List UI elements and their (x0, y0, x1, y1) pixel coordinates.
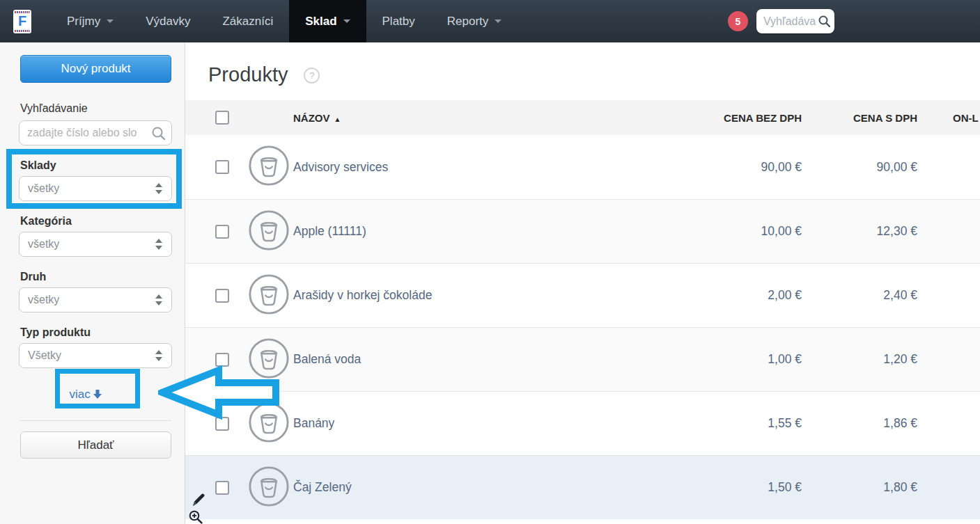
filter-label: Typ produktu (20, 326, 185, 339)
arrow-down-icon (93, 390, 102, 399)
product-name[interactable]: Banány (293, 416, 697, 431)
filter-label: Sklady (20, 159, 185, 172)
sidebar-divider (20, 420, 171, 421)
table-row[interactable]: Arašidy v horkej čokoláde 2,00 € 2,40 € (185, 263, 980, 327)
filter-label: Druh (20, 271, 185, 283)
row-checkbox[interactable] (215, 353, 229, 367)
select-stepper-icon (155, 350, 162, 361)
row-checkbox[interactable] (215, 160, 229, 174)
chevron-down-icon (495, 19, 501, 23)
column-header-price-gross[interactable]: CENA S DPH (802, 112, 917, 124)
price-gross: 90,00 € (802, 160, 917, 175)
filter-group: Kategória všetky (0, 215, 185, 257)
product-bag-icon (247, 209, 290, 252)
filter-select[interactable]: všetky (19, 232, 172, 257)
product-name[interactable]: Čaj Zelený (293, 480, 697, 495)
product-name[interactable]: Balená voda (293, 352, 697, 367)
price-net: 1,55 € (697, 416, 802, 431)
table-row[interactable]: Čaj Zelený 1,50 € 1,80 € (185, 455, 980, 519)
table-row[interactable]: Banány 1,55 € 1,86 € (185, 391, 980, 455)
price-net: 90,00 € (697, 160, 802, 175)
table-row[interactable]: Advisory services 90,00 € 90,00 € (185, 135, 980, 199)
select-stepper-icon (155, 294, 162, 305)
nav-item-výdavky[interactable]: Výdavky (130, 0, 206, 42)
logo-letter: F (18, 13, 26, 29)
filter-sidebar: Nový produkt Vyhľadávanie Sklady všetky … (0, 42, 185, 524)
logo-stripe (15, 11, 30, 13)
filter-selected-value: Všetky (20, 349, 61, 362)
nav-item-label: Príjmy (67, 15, 100, 29)
product-name[interactable]: Apple (11111) (293, 224, 697, 239)
product-table-body: Advisory services 90,00 € 90,00 € Apple … (185, 135, 980, 519)
filter-select[interactable]: všetky (19, 287, 172, 312)
column-header-online[interactable]: ON-L (917, 112, 980, 124)
filter-selected-value: všetky (20, 294, 59, 306)
nav-item-príjmy[interactable]: Príjmy (51, 0, 130, 42)
filter-select[interactable]: všetky (19, 176, 172, 201)
filter-group: Sklady všetky (0, 159, 185, 201)
product-bag-icon (247, 337, 290, 380)
price-net: 1,00 € (697, 352, 802, 367)
nav-item-sklad[interactable]: Sklad (289, 0, 366, 42)
table-header-row: NÁZOV▲ CENA BEZ DPH CENA S DPH ON-L (185, 100, 980, 135)
nav-item-platby[interactable]: Platby (366, 0, 431, 42)
logo-stripe (15, 30, 30, 32)
filter-group: Druh všetky (0, 271, 185, 312)
row-checkbox[interactable] (215, 289, 229, 303)
main-content: Produkty ? NÁZOV▲ CENA BEZ DPH CENA S DP… (185, 42, 980, 524)
price-gross: 1,80 € (802, 480, 917, 495)
filter-label: Kategória (20, 215, 185, 228)
chevron-down-icon (343, 19, 350, 23)
row-checkbox[interactable] (215, 417, 229, 431)
page-title: Produkty (208, 63, 288, 86)
nav-item-label: Platby (382, 15, 415, 29)
sort-asc-icon: ▲ (334, 116, 341, 123)
search-icon (151, 126, 166, 141)
column-header-price-net[interactable]: CENA BEZ DPH (697, 112, 802, 124)
price-gross: 1,20 € (802, 352, 917, 367)
search-icon[interactable] (818, 15, 831, 28)
nav-item-label: Sklad (305, 15, 336, 29)
price-net: 2,00 € (697, 288, 802, 303)
price-gross: 12,30 € (802, 224, 917, 239)
nav-item-label: Výdavky (146, 15, 190, 29)
row-checkbox[interactable] (215, 481, 229, 495)
product-table: NÁZOV▲ CENA BEZ DPH CENA S DPH ON-L Advi… (185, 100, 980, 519)
top-nav: F Príjmy Výdavky Zákazníci Sklad Platby … (0, 0, 980, 42)
nav-item-zákazníci[interactable]: Zákazníci (206, 0, 289, 42)
more-filters-label: viac (70, 388, 91, 401)
product-bag-icon (247, 465, 290, 508)
more-filters-row: viac (0, 388, 171, 402)
filter-select[interactable]: Všetky (19, 343, 172, 368)
select-stepper-icon (155, 183, 162, 194)
sidebar-search-box (19, 120, 172, 145)
select-stepper-icon (155, 239, 162, 250)
table-row[interactable]: Balená voda 1,00 € 1,20 € (185, 327, 980, 391)
table-row[interactable]: Apple (11111) 10,00 € 12,30 € (185, 199, 980, 263)
product-bag-icon (247, 144, 290, 187)
select-all-checkbox[interactable] (215, 111, 229, 125)
search-submit-button[interactable]: Hľadať (20, 431, 171, 459)
row-checkbox[interactable] (215, 225, 229, 239)
column-header-name[interactable]: NÁZOV▲ (293, 112, 697, 124)
filter-selected-value: všetky (20, 238, 59, 251)
price-gross: 1,86 € (802, 416, 917, 431)
app-logo[interactable]: F (13, 10, 31, 33)
price-gross: 2,40 € (802, 288, 917, 303)
nav-menu: Príjmy Výdavky Zákazníci Sklad Platby Re… (51, 0, 518, 42)
sidebar-search-input[interactable] (19, 120, 172, 145)
notification-badge[interactable]: 5 (728, 11, 748, 31)
product-name[interactable]: Arašidy v horkej čokoláde (293, 288, 697, 303)
sidebar-search-label: Vyhľadávanie (20, 102, 185, 115)
product-name[interactable]: Advisory services (293, 160, 697, 175)
price-net: 10,00 € (697, 224, 802, 239)
price-net: 1,50 € (697, 480, 802, 495)
chevron-down-icon (107, 19, 114, 23)
more-filters-link[interactable]: viac (70, 388, 102, 401)
nav-item-reporty[interactable]: Reporty (431, 0, 518, 42)
filter-selected-value: všetky (20, 182, 59, 195)
help-icon[interactable]: ? (304, 68, 320, 84)
product-bag-icon (247, 401, 290, 444)
nav-item-label: Reporty (447, 15, 489, 29)
new-product-button[interactable]: Nový produkt (20, 55, 171, 83)
